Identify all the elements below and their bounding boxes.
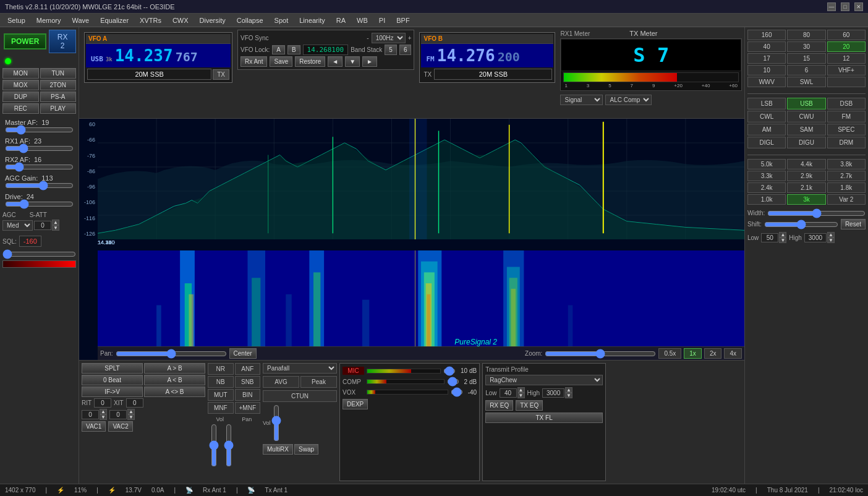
mode-dsb[interactable]: DSB [827, 98, 866, 109]
rx1-af-slider[interactable] [5, 145, 74, 152]
menu-item-setup[interactable]: Setup [2, 15, 30, 25]
mode-digu[interactable]: DIGU [787, 137, 825, 148]
filter-33k[interactable]: 3.3k [747, 171, 786, 181]
menu-item-memory[interactable]: Memory [32, 15, 66, 25]
menu-item-collapse[interactable]: Collapse [232, 15, 268, 25]
satt-up-button[interactable]: ▲ [52, 220, 59, 225]
panafall-select[interactable]: Panafall Panadapter Waterfall [263, 363, 337, 374]
comp-slider[interactable] [447, 378, 459, 385]
low-up[interactable]: ▲ [517, 387, 525, 393]
psa-button[interactable]: PS-A [40, 92, 77, 102]
band-10[interactable]: 10 [747, 65, 786, 75]
nr-button[interactable]: NR [208, 363, 234, 375]
power-button[interactable]: POWER [4, 33, 46, 49]
zoom-2-button[interactable]: 2x [704, 348, 722, 359]
band-40[interactable]: 40 [747, 41, 786, 52]
rec-button[interactable]: REC [2, 103, 39, 114]
minimize-button[interactable]: — [827, 2, 836, 11]
swap-button[interactable]: Swap [294, 444, 318, 455]
maximize-button[interactable]: □ [841, 2, 849, 11]
menu-item-equalizer[interactable]: Equalizer [95, 15, 134, 25]
close-button[interactable]: ✕ [854, 2, 863, 11]
band-6[interactable]: 6 [787, 65, 825, 75]
vox-slider[interactable] [451, 388, 463, 396]
xit-down[interactable]: ▼ [127, 414, 135, 420]
menu-item-spot[interactable]: Spot [270, 15, 294, 25]
high-input[interactable] [542, 388, 564, 398]
mox-button[interactable]: MOX [2, 80, 39, 90]
plus-mnf-button[interactable]: +MNF [235, 402, 261, 414]
agc-select[interactable]: Med Fast Slow Long [2, 220, 33, 231]
mode-cwu[interactable]: CWU [787, 111, 825, 122]
zoom-slider[interactable] [545, 351, 656, 357]
rit-offset-input[interactable] [82, 410, 99, 419]
vfo-a-freq-main[interactable]: 14.237 [115, 46, 173, 65]
satt-down-button[interactable]: ▼ [52, 225, 59, 231]
a-lt-b-button[interactable]: A < B [144, 375, 205, 385]
nav-down-button[interactable]: ▼ [345, 56, 360, 67]
bin-button[interactable]: BIN [235, 389, 261, 401]
twoton-button[interactable]: 2TON [40, 80, 77, 90]
tx-eq-button[interactable]: TX EQ [516, 400, 543, 411]
mode-drm[interactable]: DRM [827, 137, 866, 148]
vac1-button[interactable]: VAC1 [82, 421, 106, 432]
ctun-button[interactable]: CTUN [263, 390, 337, 402]
mode-fm[interactable]: FM [827, 111, 866, 122]
zoom-1-button[interactable]: 1x [684, 348, 702, 359]
zoom-4-button[interactable]: 4x [724, 348, 742, 359]
band-vhf[interactable]: VHF+ [827, 65, 866, 75]
mode-usb[interactable]: USB [787, 98, 825, 109]
spectrum-display[interactable]: 60 -66 -76 -86 -96 -106 -116 -126 [79, 119, 744, 360]
band-17[interactable]: 17 [747, 53, 786, 64]
rit-down[interactable]: ▼ [100, 414, 107, 420]
filter-27k[interactable]: 2.7k [827, 171, 866, 181]
mic-slider[interactable] [443, 367, 456, 375]
band-5-button[interactable]: 5 [385, 45, 397, 55]
tune-step-select[interactable]: 100Hz 1kHz 10kHz [372, 33, 406, 43]
dup-button[interactable]: DUP [2, 92, 39, 102]
high-down[interactable]: ▼ [565, 393, 572, 398]
menu-item-cwx[interactable]: CWX [168, 15, 194, 25]
mode-spec[interactable]: SPEC [827, 124, 866, 135]
a-lt-gt-b-button[interactable]: A <> B [144, 387, 205, 397]
satt-input[interactable] [34, 221, 51, 230]
filter-5k[interactable]: 5.0k [747, 159, 786, 169]
zero-beat-button[interactable]: 0 Beat [82, 375, 143, 385]
agc-gain-slider[interactable] [5, 182, 74, 189]
mode-sam[interactable]: SAM [787, 124, 825, 135]
mnf-button[interactable]: MNF [208, 402, 234, 414]
anf-button[interactable]: ANF [235, 363, 261, 375]
vac2-button[interactable]: VAC2 [108, 421, 132, 432]
menu-item-linearity[interactable]: Linearity [294, 15, 330, 25]
a-gt-b-button[interactable]: A > B [144, 363, 205, 374]
filter-21k[interactable]: 2.1k [787, 182, 825, 193]
mon-button[interactable]: MON [2, 68, 39, 79]
low-input[interactable] [500, 388, 517, 398]
rx-ant-button[interactable]: Rx Ant [240, 56, 267, 67]
output-vol-slider[interactable] [272, 404, 281, 442]
xit-offset-input[interactable] [109, 410, 127, 419]
center-button[interactable]: Center [229, 348, 257, 359]
nb-button[interactable]: NB [208, 376, 234, 388]
filter-high-up[interactable]: ▲ [827, 232, 835, 237]
rx2-button[interactable]: RX 2 [49, 30, 76, 53]
width-slider[interactable] [767, 210, 866, 216]
menu-item-ra[interactable]: RA [331, 15, 351, 25]
reset-button[interactable]: Reset [841, 219, 866, 229]
filter-low-input[interactable] [761, 233, 778, 242]
band-30[interactable]: 30 [787, 41, 825, 52]
filter-low-up[interactable]: ▲ [779, 232, 786, 237]
tx-fl-button[interactable]: TX FL [485, 413, 603, 423]
nav-left-button[interactable]: ◄ [328, 56, 343, 67]
vfo-a-freq-sub[interactable]: 767 [176, 49, 198, 64]
shift-slider[interactable] [764, 221, 838, 228]
menu-item-bpf[interactable]: BPF [391, 15, 414, 25]
master-af-slider[interactable] [5, 126, 74, 134]
zoom-05-button[interactable]: 0.5x [658, 348, 681, 359]
band-80[interactable]: 80 [787, 30, 825, 40]
xit-value[interactable] [126, 398, 143, 408]
alc-comp-select[interactable]: ALC Comp ALC [605, 95, 652, 105]
tun-button[interactable]: TUN [40, 68, 77, 79]
filter-1k[interactable]: 1.0k [747, 194, 786, 205]
filter-38k[interactable]: 3.8k [827, 159, 866, 169]
